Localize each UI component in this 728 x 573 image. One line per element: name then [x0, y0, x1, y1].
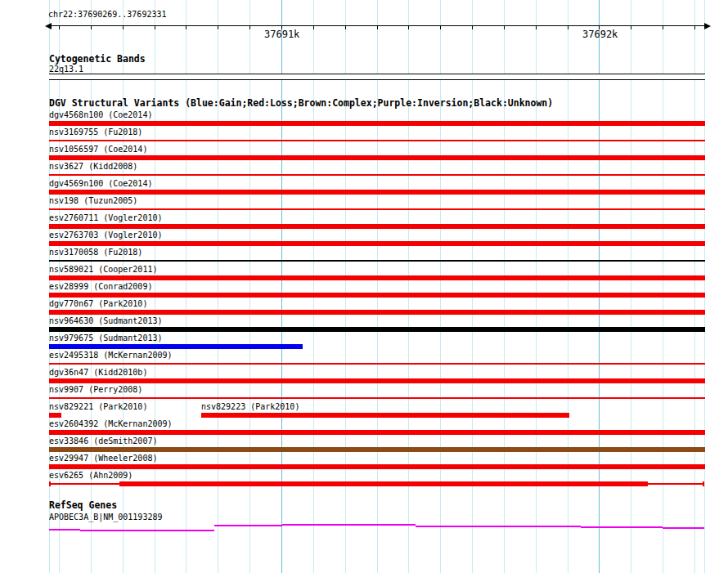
gene-model-line[interactable] [663, 527, 704, 529]
gridline [704, 0, 705, 573]
variant-label[interactable]: dgv770n67 (Park2010) [49, 299, 147, 309]
gene-model-line[interactable] [416, 526, 581, 527]
ruler-tick [91, 25, 92, 29]
ruler-tick [472, 25, 473, 29]
variant-bar[interactable] [648, 483, 704, 485]
gridline [281, 0, 282, 573]
variant-bar[interactable] [49, 140, 705, 141]
gene-model-line[interactable] [214, 525, 282, 526]
variant-bar[interactable] [49, 260, 705, 262]
gridline [568, 0, 568, 573]
variant-label[interactable]: nsv979675 (Sudmant2013) [49, 334, 162, 343]
variant-label[interactable]: esv33846 (deSmith2007) [49, 436, 157, 446]
variant-bar[interactable] [49, 121, 705, 126]
ruler-tick [536, 25, 537, 29]
variant-label[interactable]: nsv829221 (Park2010) [49, 402, 147, 412]
variant-label[interactable]: nsv198 (Tuzun2005) [49, 196, 137, 206]
variant-bar[interactable] [49, 155, 705, 160]
gene-model-line[interactable] [80, 530, 155, 531]
variant-bar[interactable] [49, 483, 119, 485]
variant-label[interactable]: nsv9907 (Perry2008) [49, 385, 142, 395]
gene-model-line[interactable] [155, 530, 214, 531]
variant-bar[interactable] [119, 481, 648, 486]
ruler-tick [663, 25, 663, 29]
ruler-tick [694, 25, 695, 29]
gridline [218, 0, 218, 573]
variant-bar[interactable] [49, 413, 61, 418]
ruler-tick [504, 25, 505, 29]
ruler-label-37691k: 37691k [264, 29, 299, 40]
variant-bar[interactable] [49, 224, 705, 229]
variant-label[interactable]: nsv589021 (Cooper2011) [49, 265, 157, 275]
gridline [599, 0, 600, 573]
variant-label[interactable]: esv29947 (Wheeler2008) [49, 454, 157, 463]
ruler-tick [313, 25, 314, 29]
variant-bar[interactable] [49, 344, 303, 349]
ruler-tick [249, 25, 250, 29]
variant-bar[interactable] [49, 310, 705, 315]
gridline [536, 0, 537, 573]
variant-label[interactable]: nsv1056597 (Coe2014) [49, 145, 147, 154]
variant-bar[interactable] [49, 363, 705, 365]
variant-bar[interactable] [49, 447, 705, 452]
variant-label[interactable]: esv6265 (Ahn2009) [49, 471, 133, 481]
variant-label[interactable]: dgv36n47 (Kidd2010b) [49, 368, 147, 378]
genome-browser-view: chr22:37690269..37692331 37691k 37692k C… [0, 0, 728, 573]
variant-bar[interactable] [49, 327, 705, 332]
variant-bar-endcap [703, 481, 704, 486]
gridline [504, 0, 505, 573]
variant-label[interactable]: dgv4568n100 (Coe2014) [49, 110, 152, 120]
variant-bar[interactable] [49, 275, 705, 280]
gridline [408, 0, 409, 573]
gene-model-line[interactable] [581, 526, 663, 528]
region-title: chr22:37690269..37692331 [48, 10, 167, 20]
variant-label[interactable]: nsv829223 (Park2010) [201, 402, 299, 412]
variant-bar[interactable] [49, 208, 705, 210]
variant-bar[interactable] [49, 241, 705, 246]
gridline [345, 0, 346, 573]
refseq-gene-label[interactable]: APOBEC3A_B|NM_001193289 [49, 513, 162, 522]
variant-label[interactable]: nsv3170058 (Fu2018) [49, 248, 142, 257]
ruler-tick [123, 25, 124, 29]
gene-model-line[interactable] [49, 529, 80, 530]
variant-label[interactable]: esv28999 (Conrad2009) [49, 282, 152, 292]
variant-bar[interactable] [49, 190, 705, 195]
gridline [663, 0, 663, 573]
dgv-section-title: DGV Structural Variants (Blue:Gain;Red:L… [49, 98, 553, 109]
gridline [377, 0, 378, 573]
variant-label[interactable]: esv2760711 (Vogler2010) [49, 213, 162, 223]
ruler-tick [59, 25, 60, 29]
ruler-right-arrow-icon[interactable] [704, 23, 711, 29]
variant-label[interactable]: nsv3627 (Kidd2008) [49, 162, 137, 172]
variant-label[interactable]: esv2495318 (McKernan2009) [49, 351, 173, 360]
variant-bar[interactable] [49, 174, 705, 176]
gridline [313, 0, 314, 573]
variant-label[interactable]: esv2763703 (Vogler2010) [49, 231, 162, 240]
variant-label[interactable]: nsv3169755 (Fu2018) [49, 128, 142, 137]
variant-bar-endcap [49, 481, 51, 486]
variant-bar[interactable] [201, 413, 569, 418]
ruler-tick [155, 25, 155, 29]
gridline [249, 0, 250, 573]
ruler-tick [631, 25, 631, 29]
variant-bar[interactable] [49, 430, 705, 435]
ruler-tick [408, 25, 409, 29]
variant-bar[interactable] [49, 378, 705, 383]
ruler-left-arrow-icon[interactable] [45, 23, 52, 29]
variant-label[interactable]: dgv4569n100 (Coe2014) [49, 179, 152, 189]
gene-model-line[interactable] [282, 524, 416, 526]
ruler-tick [218, 25, 218, 29]
variant-bar[interactable] [49, 464, 705, 469]
gridline [472, 0, 473, 573]
variant-label[interactable]: esv2604392 (McKernan2009) [49, 419, 173, 429]
cytoband-track[interactable] [49, 74, 705, 80]
gridline [155, 0, 155, 573]
gridline [694, 0, 695, 573]
refseq-section-title: RefSeq Genes [49, 500, 117, 511]
variant-bar[interactable] [49, 397, 705, 399]
variant-label[interactable]: nsv964630 (Sudmant2013) [49, 316, 162, 326]
gridline [631, 0, 631, 573]
ruler-tick [568, 25, 568, 29]
gridline [440, 0, 441, 573]
variant-bar[interactable] [49, 293, 705, 298]
